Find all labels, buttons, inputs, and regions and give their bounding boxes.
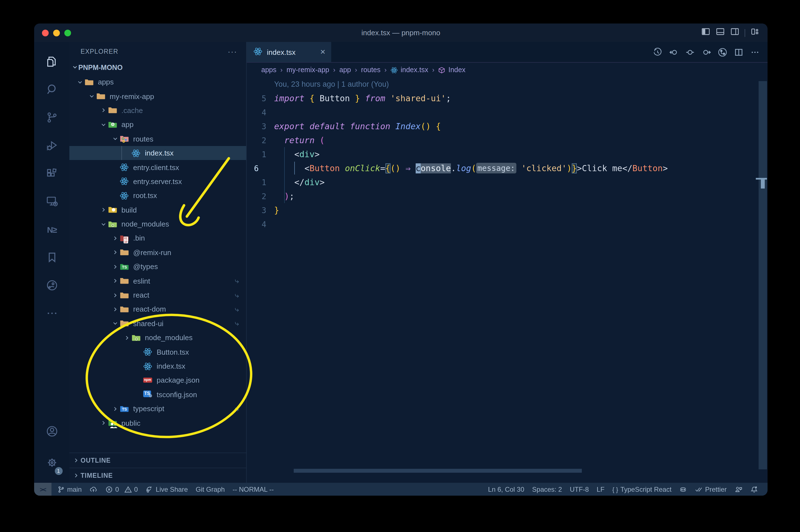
chevron-right-icon <box>110 306 120 313</box>
line-number: 2 <box>247 136 274 145</box>
activity-nx-console-button[interactable]: N≥ <box>39 215 64 243</box>
tree-item-label: entry.client.tsx <box>133 163 179 171</box>
breadcrumb-item-index.tsx[interactable]: index.tsx <box>391 66 428 74</box>
tree-item-eslint[interactable]: eslint⤷ <box>69 274 246 288</box>
tree-item-index.tsx[interactable]: index.tsx <box>69 146 246 160</box>
tree-item-node_modules[interactable]: ⬡node_modules <box>69 330 246 345</box>
status-main[interactable]: main <box>57 485 82 493</box>
symlink-arrow-icon: ⤷ <box>235 305 239 314</box>
file-history-button[interactable] <box>651 46 664 58</box>
tree-item-label: @types <box>133 263 158 271</box>
tree-item-apps[interactable]: apps <box>69 75 246 89</box>
timeline-section-header[interactable]: TIMELINE <box>69 468 246 483</box>
current-position-button[interactable] <box>684 46 696 58</box>
more-actions-button[interactable] <box>748 46 761 58</box>
status-label: Ln 6, Col 30 <box>488 485 524 493</box>
tree-root-pnpm-mono[interactable]: PNPM-MONO <box>69 60 246 75</box>
folder-icon <box>120 248 129 257</box>
navigate-forward-button[interactable] <box>700 46 712 58</box>
tree-item-app[interactable]: ⚙app <box>69 117 246 132</box>
tree-item-Button.tsx[interactable]: Button.tsx <box>69 345 246 359</box>
status-live-share[interactable]: Live Share <box>146 485 188 493</box>
tree-item-typescript[interactable]: TStypescript⤷ <box>69 402 246 416</box>
zoom-window-button[interactable] <box>64 30 71 36</box>
activity-settings-button[interactable]: 1 <box>39 447 64 478</box>
remote-indicator[interactable]: >< <box>34 483 52 496</box>
tree-item-entry.server.tsx[interactable]: entry.server.tsx <box>69 174 246 189</box>
status-ln-6-col-30[interactable]: Ln 6, Col 30 <box>488 485 524 493</box>
toggle-panel-button[interactable] <box>716 27 725 39</box>
tree-item-shared-ui[interactable]: shared-ui⤷ <box>69 316 246 330</box>
line-number: 5 <box>247 94 274 103</box>
tree-item-root.tsx[interactable]: root.tsx <box>69 189 246 203</box>
activity-extensions-button[interactable] <box>39 159 64 187</box>
tab-index-tsx[interactable]: index.tsx ✕ <box>247 42 331 62</box>
activity-bookmarks-button[interactable] <box>39 243 64 271</box>
minimize-window-button[interactable] <box>53 30 60 36</box>
tree-item-entry.client.tsx[interactable]: entry.client.tsx <box>69 160 246 174</box>
breadcrumb-item-Index[interactable]: Index <box>438 66 465 74</box>
code-editor[interactable]: You, 23 hours ago | 1 author (You)5impor… <box>247 77 759 231</box>
close-window-button[interactable] <box>42 30 49 36</box>
status-prettier[interactable]: Prettier <box>695 485 727 493</box>
status-lf[interactable]: LF <box>597 485 605 493</box>
activity-source-control-button[interactable] <box>39 103 64 131</box>
breadcrumb-item-app[interactable]: app <box>339 66 351 74</box>
status-feedback[interactable] <box>735 485 742 493</box>
tree-item-@remix-run[interactable]: @remix-run <box>69 245 246 260</box>
breadcrumb-item-routes[interactable]: routes <box>361 66 381 74</box>
breadcrumb-item-my-remix-app[interactable]: my-remix-app <box>286 66 329 74</box>
tree-item-routes[interactable]: routes <box>69 132 246 146</box>
status-spaces-2[interactable]: Spaces: 2 <box>532 485 562 493</box>
toggle-secondary-sidebar-button[interactable] <box>730 27 740 39</box>
tree-item-.bin[interactable]: 0110.bin <box>69 231 246 246</box>
status-git-graph[interactable]: Git Graph <box>196 485 225 493</box>
editor-group: index.tsx ✕ apps›my-remix-app›app›routes… <box>247 42 767 483</box>
git-graph-button[interactable] <box>716 46 728 58</box>
status-copilot[interactable] <box>680 485 687 493</box>
tree-item-public[interactable]: public <box>69 416 246 430</box>
close-tab-icon[interactable]: ✕ <box>320 48 326 56</box>
customize-layout-button[interactable] <box>750 27 760 39</box>
explorer-title: EXPLORER <box>80 48 118 55</box>
tree-item-build[interactable]: build <box>69 203 246 217</box>
chevron-down-icon <box>72 63 78 72</box>
vertical-scrollbar[interactable] <box>759 81 767 469</box>
status-typescript-react[interactable]: { }TypeScript React <box>612 485 672 493</box>
navigate-back-button[interactable] <box>667 46 680 58</box>
status-utf-8[interactable]: UTF-8 <box>570 485 589 493</box>
tree-item-tsconfig.json[interactable]: TS⚙tsconfig.json <box>69 387 246 402</box>
ts-config-icon: TS⚙ <box>143 390 153 399</box>
outline-section-header[interactable]: OUTLINE <box>69 453 246 468</box>
explorer-more-actions-button[interactable]: ··· <box>228 47 237 56</box>
horizontal-scrollbar[interactable] <box>294 469 582 473</box>
status-label: -- NORMAL -- <box>233 485 274 493</box>
line-number: 1 <box>247 177 274 187</box>
bell-dot-icon <box>750 485 758 493</box>
split-editor-button[interactable] <box>732 46 745 58</box>
status-0[interactable]: 00 <box>105 485 138 493</box>
tree-item-.cache[interactable]: .cache <box>69 103 246 118</box>
activity-run-debug-button[interactable] <box>39 131 64 159</box>
status--normal-[interactable]: -- NORMAL -- <box>233 485 274 493</box>
folder-icon <box>120 291 129 300</box>
activity-account-button[interactable] <box>39 416 64 447</box>
tree-item-node_modules[interactable]: ⬡node_modules <box>69 217 246 231</box>
tree-item-@types[interactable]: TS@types <box>69 260 246 274</box>
tree-item-label: entry.server.tsx <box>133 177 182 186</box>
activity-explorer-button[interactable] <box>39 48 64 76</box>
activity-search-button[interactable] <box>39 76 64 103</box>
activity-remote-explorer-button[interactable] <box>39 187 64 215</box>
activity-more-button[interactable] <box>39 299 64 327</box>
tree-item-react[interactable]: react⤷ <box>69 288 246 302</box>
tree-item-package.json[interactable]: npmpackage.json <box>69 373 246 387</box>
status-cloud-upload[interactable] <box>90 485 97 493</box>
tree-item-index.tsx[interactable]: index.tsx <box>69 359 246 374</box>
breadcrumb-item-apps[interactable]: apps <box>261 66 277 74</box>
tree-item-my-remix-app[interactable]: my-remix-app <box>69 89 246 103</box>
status-bell-dot[interactable] <box>750 485 758 493</box>
toggle-sidebar-button[interactable] <box>701 27 710 39</box>
npm-icon: npm <box>143 376 153 385</box>
activity-live-share-button[interactable] <box>39 271 64 299</box>
tree-item-react-dom[interactable]: react-dom⤷ <box>69 302 246 317</box>
